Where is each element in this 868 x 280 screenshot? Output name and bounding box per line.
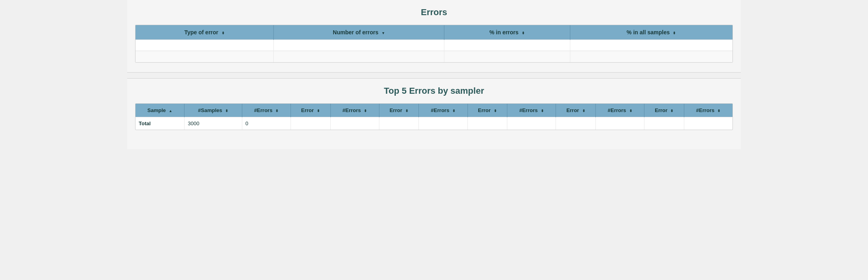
sort-icon-errors-6: ⬍ bbox=[717, 109, 721, 113]
page-wrapper: Errors Type of error ⬍ Number of errors … bbox=[127, 0, 741, 149]
cell-nerrors-4 bbox=[596, 117, 644, 130]
table-row: Total 3000 0 bbox=[136, 117, 732, 130]
sort-icon-type-of-error: ⬍ bbox=[222, 31, 225, 35]
col-type-of-error[interactable]: Type of error ⬍ bbox=[136, 25, 274, 40]
cell-nerrors-5 bbox=[684, 117, 732, 130]
section-divider bbox=[127, 72, 741, 79]
sort-icon-error-3: ⬍ bbox=[494, 109, 497, 113]
top5-header-row: Sample ▲ #Samples ⬍ #Errors ⬍ Error bbox=[136, 104, 732, 117]
col-error-4[interactable]: Error ⬍ bbox=[556, 104, 596, 117]
col-errors-1[interactable]: #Errors ⬍ bbox=[242, 104, 291, 117]
top5-table-container: Sample ▲ #Samples ⬍ #Errors ⬍ Error bbox=[135, 103, 733, 130]
top5-section: Top 5 Errors by sampler Sample ▲ #Sample… bbox=[127, 79, 741, 140]
sort-icon-errors-3: ⬍ bbox=[452, 109, 456, 113]
sort-icon-errors-5: ⬍ bbox=[629, 109, 632, 113]
col-number-of-errors[interactable]: Number of errors ▼ bbox=[274, 25, 444, 40]
col-errors-3[interactable]: #Errors ⬍ bbox=[419, 104, 467, 117]
col-error-2[interactable]: Error ⬍ bbox=[379, 104, 419, 117]
sort-icon-pct-in-all-samples: ⬍ bbox=[673, 31, 676, 35]
cell-nsamples: 3000 bbox=[185, 117, 242, 130]
col-errors-5[interactable]: #Errors ⬍ bbox=[596, 104, 644, 117]
col-error-3[interactable]: Error ⬍ bbox=[467, 104, 507, 117]
col-errors-6[interactable]: #Errors ⬍ bbox=[684, 104, 732, 117]
errors-section: Errors Type of error ⬍ Number of errors … bbox=[127, 0, 741, 72]
top5-table: Sample ▲ #Samples ⬍ #Errors ⬍ Error bbox=[136, 104, 732, 130]
table-row bbox=[136, 40, 732, 51]
col-errors-4[interactable]: #Errors ⬍ bbox=[507, 104, 556, 117]
errors-table: Type of error ⬍ Number of errors ▼ % in … bbox=[136, 25, 732, 62]
col-pct-in-errors[interactable]: % in errors ⬍ bbox=[444, 25, 570, 40]
cell-nerrors-2 bbox=[419, 117, 467, 130]
col-pct-in-all-samples[interactable]: % in all samples ⬍ bbox=[570, 25, 732, 40]
cell-error-5 bbox=[644, 117, 684, 130]
top5-table-body: Total 3000 0 bbox=[136, 117, 732, 130]
cell-error-1 bbox=[291, 117, 330, 130]
errors-table-body bbox=[136, 40, 732, 62]
sort-icon-sample: ▲ bbox=[169, 109, 173, 113]
errors-table-header-row: Type of error ⬍ Number of errors ▼ % in … bbox=[136, 25, 732, 40]
top5-title: Top 5 Errors by sampler bbox=[135, 86, 733, 96]
sort-icon-errors-2: ⬍ bbox=[364, 109, 367, 113]
col-samples[interactable]: #Samples ⬍ bbox=[185, 104, 242, 117]
cell-error-2 bbox=[379, 117, 419, 130]
cell-error-4 bbox=[556, 117, 596, 130]
sort-icon-samples: ⬍ bbox=[225, 109, 228, 113]
col-error-1[interactable]: Error ⬍ bbox=[291, 104, 330, 117]
sort-icon-error-5: ⬍ bbox=[670, 109, 674, 113]
sort-icon-errors-4: ⬍ bbox=[541, 109, 544, 113]
cell-error-3 bbox=[467, 117, 507, 130]
cell-nerrors-1 bbox=[330, 117, 379, 130]
col-error-5[interactable]: Error ⬍ bbox=[644, 104, 684, 117]
sort-icon-error-2: ⬍ bbox=[405, 109, 408, 113]
bottom-gap bbox=[127, 140, 741, 149]
table-row bbox=[136, 51, 732, 62]
col-sample[interactable]: Sample ▲ bbox=[136, 104, 185, 117]
cell-sample: Total bbox=[136, 117, 185, 130]
cell-nerrors: 0 bbox=[242, 117, 291, 130]
cell-nerrors-3 bbox=[507, 117, 556, 130]
sort-icon-error-4: ⬍ bbox=[582, 109, 585, 113]
sort-icon-number-of-errors: ▼ bbox=[381, 31, 385, 35]
sort-icon-errors-1: ⬍ bbox=[275, 109, 279, 113]
errors-table-container: Type of error ⬍ Number of errors ▼ % in … bbox=[135, 25, 733, 63]
sort-icon-error-1: ⬍ bbox=[317, 109, 320, 113]
sort-icon-pct-in-errors: ⬍ bbox=[522, 31, 525, 35]
errors-title: Errors bbox=[135, 7, 733, 18]
col-errors-2[interactable]: #Errors ⬍ bbox=[330, 104, 379, 117]
